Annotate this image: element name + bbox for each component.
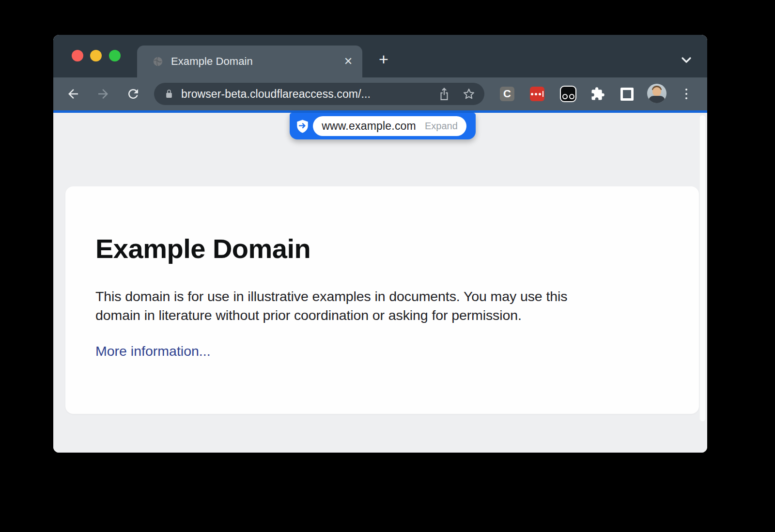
page-viewport: www.example.com Expand Example Domain Th… [53, 113, 707, 453]
bookmark-star-icon[interactable] [462, 87, 476, 101]
macos-zoom-button[interactable] [109, 50, 121, 61]
forward-icon[interactable] [96, 87, 110, 101]
address-bar[interactable]: browser-beta.cloudflareaccess.com/... [154, 83, 484, 105]
page-title: Example Domain [95, 233, 310, 264]
expand-button[interactable]: Expand [425, 121, 458, 132]
scrollbar-thumb[interactable] [699, 115, 706, 422]
globe-favicon-icon [153, 56, 163, 67]
side-panel-icon[interactable] [620, 88, 634, 101]
isolation-domain-field[interactable]: www.example.com Expand [313, 116, 466, 136]
back-icon[interactable] [66, 87, 80, 101]
extensions-puzzle-icon[interactable] [590, 87, 605, 101]
macos-minimize-button[interactable] [90, 50, 102, 61]
paragraph-line-2: domain in literature without prior coord… [95, 307, 522, 323]
share-icon[interactable] [438, 87, 450, 101]
two-circles-extension-icon[interactable] [560, 86, 576, 102]
macos-close-button[interactable] [72, 50, 83, 61]
reload-icon[interactable] [126, 87, 140, 101]
browser-tab[interactable]: Example Domain ✕ [137, 46, 362, 77]
new-tab-button[interactable]: + [375, 51, 392, 68]
example-domain-card: Example Domain This domain is for use in… [65, 186, 699, 414]
extension-c-icon[interactable]: C [500, 87, 514, 101]
more-information-link[interactable]: More information... [95, 343, 211, 359]
password-manager-extension-icon[interactable] [530, 87, 544, 101]
tab-strip: Example Domain ✕ + [53, 35, 707, 77]
toolbar: browser-beta.cloudflareaccess.com/... C [53, 77, 707, 110]
shield-arrow-icon [296, 119, 309, 134]
page-paragraph: This domain is for use in illustrative e… [95, 287, 657, 324]
tab-title: Example Domain [171, 46, 253, 77]
browser-window: Example Domain ✕ + browser-beta.cloudfla… [53, 35, 707, 453]
url-text[interactable]: browser-beta.cloudflareaccess.com/... [181, 88, 431, 101]
chevron-down-icon[interactable] [679, 52, 694, 68]
menu-kebab-icon[interactable] [683, 87, 690, 101]
profile-avatar[interactable] [647, 84, 666, 103]
tab-close-icon[interactable]: ✕ [341, 54, 356, 69]
isolation-domain-pill: www.example.com Expand [290, 113, 476, 139]
paragraph-line-1: This domain is for use in illustrative e… [95, 289, 567, 304]
isolated-domain-text: www.example.com [322, 120, 416, 133]
lock-icon [164, 89, 174, 99]
